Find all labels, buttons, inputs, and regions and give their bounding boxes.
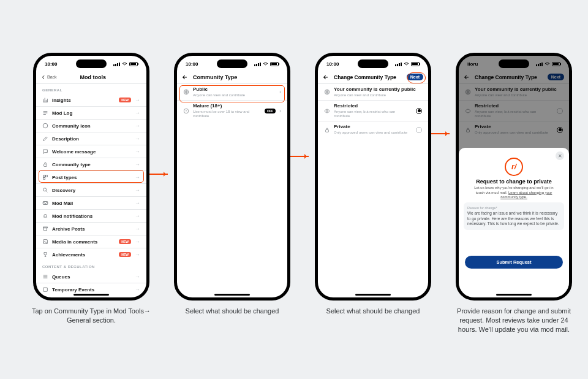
- battery-icon: [129, 62, 138, 66]
- status-time: 10:00: [326, 61, 339, 67]
- mail-icon: [42, 200, 48, 206]
- grid-icon: [42, 174, 48, 180]
- caption-1: Tap on Community Type in Mod Tools→ Gene…: [28, 307, 154, 325]
- option-private[interactable]: PrivateOnly approved users can view and …: [318, 121, 428, 137]
- svg-point-5: [43, 188, 47, 191]
- svg-point-0: [43, 123, 48, 128]
- row-queues[interactable]: Queues→: [36, 270, 146, 283]
- row-community-icon[interactable]: Community Icon→: [36, 119, 146, 132]
- caption-3: Select what should be changed: [310, 307, 436, 316]
- dynamic-island: [76, 59, 107, 68]
- row-archive[interactable]: Archive Posts→: [36, 222, 146, 235]
- section-content: CONTENT & REGULATION: [36, 261, 146, 270]
- sheet-title: Request to change to private: [459, 178, 569, 185]
- nav-bar: Back Mod tools: [36, 71, 146, 84]
- home-indicator: [74, 294, 109, 296]
- globe-icon: [183, 89, 189, 95]
- chart-icon: [42, 97, 48, 103]
- chat-icon: [42, 148, 48, 155]
- calendar-icon: [42, 286, 48, 293]
- dynamic-island: [499, 59, 529, 68]
- sheet-description: Let us know why you're changing and we'l…: [470, 186, 558, 200]
- back-button[interactable]: [182, 74, 188, 80]
- dynamic-island: [358, 59, 388, 68]
- back-button[interactable]: Back: [41, 75, 57, 80]
- pencil-icon: [42, 136, 48, 142]
- next-button[interactable]: Next: [407, 74, 423, 80]
- globe-icon: [324, 89, 330, 95]
- eye-icon: [324, 108, 330, 114]
- row-discovery[interactable]: Discovery→: [36, 183, 146, 196]
- option-restricted[interactable]: RestrictedAnyone can view, but restrict …: [318, 100, 428, 121]
- svg-point-13: [326, 110, 328, 112]
- signal-icon: [254, 63, 261, 66]
- radio-selected[interactable]: [416, 108, 422, 114]
- page-title: Change Community Type: [334, 74, 404, 80]
- status-time: 10:00: [45, 61, 57, 67]
- option-mature[interactable]: Mature (18+)Users must be over 18 to vie…: [177, 100, 287, 121]
- radio-unselected[interactable]: [416, 127, 422, 133]
- option-public[interactable]: PublicAnyone can view and contribute ›: [177, 84, 287, 100]
- dynamic-island: [217, 59, 247, 68]
- row-community-type[interactable]: Community type→: [36, 158, 146, 170]
- row-insights[interactable]: Insights NEW →: [36, 94, 146, 106]
- signal-icon: [395, 63, 402, 66]
- phone-frame-3: 10:00 Change Community Type Next Your co…: [315, 53, 431, 301]
- queue-icon: [42, 274, 48, 280]
- reason-hint: Reason for change*: [467, 206, 560, 210]
- page-title: Community Type: [193, 74, 282, 80]
- nav-bar: Community Type: [177, 71, 287, 84]
- reason-input[interactable]: Reason for change* We are facing an issu…: [464, 202, 564, 230]
- search-icon: [42, 187, 48, 193]
- home-indicator: [496, 294, 532, 296]
- mature-icon: [183, 108, 189, 114]
- phone-frame-4: îloru 9:41 Change Community Type Next Yo…: [456, 53, 572, 301]
- section-general: GENERAL: [36, 84, 146, 94]
- home-indicator: [214, 294, 250, 296]
- step-2: 10:00 Community Type PublicAnyone can vi…: [169, 53, 295, 316]
- row-modmail[interactable]: Mod Mail→: [36, 196, 146, 209]
- row-description[interactable]: Description→: [36, 132, 146, 145]
- row-media[interactable]: Media in comments NEW→: [36, 235, 146, 248]
- list-icon: [42, 110, 48, 116]
- svg-rect-4: [43, 177, 45, 179]
- row-post-types[interactable]: Post types→: [36, 170, 146, 183]
- back-button[interactable]: [323, 74, 329, 80]
- community-icon: [42, 123, 48, 129]
- step-1: 10:00 Back Mod tools GENERAL Insights NE…: [28, 53, 154, 325]
- new-badge: NEW: [119, 239, 131, 244]
- close-button[interactable]: ✕: [556, 151, 564, 160]
- caption-4: Provide reason for change and submit req…: [451, 307, 577, 334]
- wifi-icon: [404, 61, 409, 67]
- sub-logo: r/: [505, 158, 523, 176]
- submit-button[interactable]: Submit Request: [465, 256, 563, 269]
- row-achievements[interactable]: Achievements NEW→: [36, 248, 146, 261]
- row-welcome[interactable]: Welcome message→: [36, 145, 146, 158]
- lock-icon: [324, 127, 330, 133]
- learn-more-link[interactable]: Learn about changing your community type…: [500, 191, 552, 199]
- chevron-right-icon: →: [135, 97, 140, 103]
- svg-rect-3: [45, 175, 47, 177]
- phone-frame-2: 10:00 Community Type PublicAnyone can vi…: [174, 53, 290, 301]
- row-modnotif[interactable]: Mod notifications→: [36, 209, 146, 222]
- row-modlog[interactable]: Mod Log→: [36, 106, 146, 119]
- signal-icon: [113, 63, 120, 66]
- phone-frame-1: 10:00 Back Mod tools GENERAL Insights NE…: [33, 53, 149, 301]
- image-icon: [42, 239, 48, 245]
- lock-icon: [42, 161, 48, 167]
- chevron-right-icon: ›: [279, 89, 281, 95]
- chevron-right-icon: ›: [279, 108, 281, 114]
- svg-rect-9: [43, 288, 48, 291]
- step-4: îloru 9:41 Change Community Type Next Yo…: [451, 53, 577, 334]
- nav-bar: Change Community Type Next: [318, 71, 428, 84]
- mod-tools-list[interactable]: GENERAL Insights NEW → Mod Log→ Communit…: [36, 84, 146, 296]
- status-time: 10:00: [186, 61, 198, 67]
- toggle-off[interactable]: OFF: [265, 109, 276, 113]
- wifi-icon: [263, 61, 268, 67]
- new-badge: NEW: [119, 252, 131, 257]
- bell-icon: [42, 213, 48, 219]
- battery-icon: [270, 62, 279, 66]
- reason-text: We are facing an issue and we think it i…: [467, 211, 559, 225]
- request-sheet: ✕ r/ Request to change to private Let us…: [459, 148, 569, 297]
- current-type: Your community is currently publicAnyone…: [318, 84, 428, 100]
